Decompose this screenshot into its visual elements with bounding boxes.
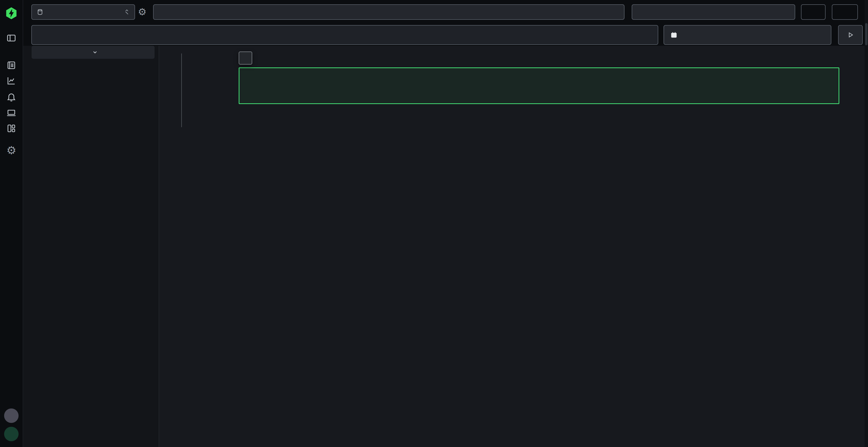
sidebar [23,46,159,447]
sql-orderby-input[interactable] [632,4,795,20]
search-input[interactable] [32,31,644,39]
chevron-updown-icon [124,8,130,16]
topbar: ⚙ [23,0,868,46]
settings-gear-icon[interactable]: ⚙ [6,144,16,157]
heatmap-selection[interactable] [239,67,839,104]
chart-icon[interactable] [6,76,17,86]
source-select[interactable] [31,4,135,20]
play-icon [847,31,854,38]
user-avatar[interactable] [4,427,19,441]
calendar-icon [670,31,678,38]
date-range-picker[interactable] [663,25,831,45]
save-button[interactable] [801,4,826,20]
nav-rail: ⚙ [0,0,23,447]
logs-icon[interactable] [6,60,17,70]
app-root: ⚙ [0,0,868,447]
filter-by-selection-tooltip[interactable] [239,51,252,65]
search-box [31,25,658,45]
run-query-button[interactable] [838,25,863,45]
sessions-laptop-icon[interactable] [6,108,17,118]
heatmap-y-axis [181,54,182,127]
source-settings-gear-icon[interactable]: ⚙ [138,6,147,18]
datasource-icon [37,9,43,15]
more-filters-button[interactable] [32,46,155,59]
app-logo[interactable] [5,7,18,20]
alerts-button[interactable] [832,4,858,20]
scrollbar-track [865,0,868,447]
dashboards-icon[interactable] [6,123,17,133]
sql-select-input[interactable] [153,4,624,20]
help-button[interactable] [4,409,19,423]
panels-icon[interactable] [6,33,17,43]
alerts-bell-icon[interactable] [6,92,17,102]
chevron-down-icon [92,49,98,55]
scrollbar-thumb[interactable] [865,23,868,45]
